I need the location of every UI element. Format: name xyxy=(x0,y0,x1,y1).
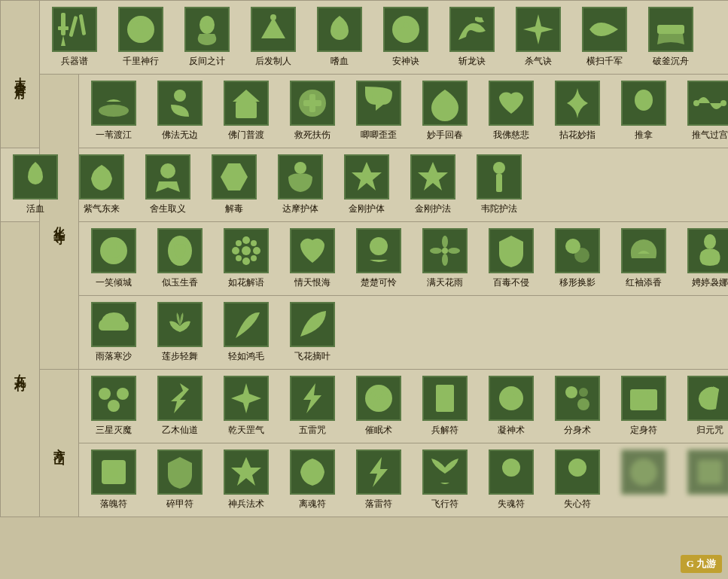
skill-cell[interactable]: 安神诀 xyxy=(373,4,439,71)
svg-point-77 xyxy=(574,248,589,263)
skill-cell[interactable]: 落魄符 xyxy=(81,446,147,513)
skill-cell[interactable]: 舍生取义 xyxy=(135,151,201,218)
svg-point-56 xyxy=(116,245,120,250)
skill-cell[interactable]: 妙手回春 xyxy=(412,78,478,145)
skill-name: 推拿 xyxy=(635,129,653,142)
skill-cell[interactable]: 五雷咒 xyxy=(279,373,346,440)
skill-name: 反间之计 xyxy=(189,55,225,68)
skill-cell[interactable]: 失魂符 xyxy=(478,446,544,513)
skill-cell[interactable]: 娉婷袅娜 xyxy=(677,225,728,292)
skill-cell[interactable]: 乙木仙道 xyxy=(147,373,213,440)
svg-point-104 xyxy=(579,388,588,397)
skill-cell[interactable]: 嗜血 xyxy=(306,4,373,71)
skill-cell[interactable]: 救死扶伤 xyxy=(279,78,346,145)
skill-name: 破釜沉舟 xyxy=(653,55,689,68)
skill-cell[interactable] xyxy=(544,299,611,353)
skill-cell[interactable]: 如花解语 xyxy=(213,225,279,292)
skill-name: 横扫千军 xyxy=(586,55,623,68)
skill-cell[interactable]: 三星灭魔 xyxy=(81,373,147,440)
skill-name: 莲步轻舞 xyxy=(162,350,198,363)
skill-cell[interactable]: 碎甲符 xyxy=(147,446,213,513)
skill-cell[interactable] xyxy=(677,299,728,353)
skills-row: 活血紫气东来舍生取义解毒达摩护体金刚护体金刚护法韦陀护法 xyxy=(1,148,729,222)
skill-name: 金刚护法 xyxy=(415,203,451,215)
skill-cell[interactable]: 情天恨海 xyxy=(279,225,346,292)
skill-cell[interactable]: 兵器谱 xyxy=(41,4,108,71)
skill-cell[interactable] xyxy=(346,299,412,353)
svg-point-14 xyxy=(403,22,409,28)
skill-cell[interactable] xyxy=(611,446,677,501)
skill-cell[interactable]: 飞行符 xyxy=(412,446,478,513)
skill-icon-feather xyxy=(224,302,269,347)
skill-cell[interactable]: 百毒不侵 xyxy=(478,225,544,292)
skill-cell[interactable]: 活血 xyxy=(2,151,69,218)
skill-cell[interactable]: 乾天罡气 xyxy=(213,373,279,440)
skill-cell[interactable]: 楚楚可怜 xyxy=(346,225,412,292)
skill-cell[interactable]: 似玉生香 xyxy=(147,225,213,292)
skill-cell[interactable]: 拈花妙指 xyxy=(544,78,611,145)
svg-point-67 xyxy=(370,237,388,255)
skill-cell[interactable]: 佛门普渡 xyxy=(213,78,279,145)
svg-point-70 xyxy=(442,248,448,254)
svg-point-108 xyxy=(647,390,652,395)
svg-point-115 xyxy=(502,459,520,477)
skill-cell[interactable]: 凝神术 xyxy=(478,373,544,440)
skill-cell[interactable]: 金刚护法 xyxy=(400,151,466,218)
skill-cell[interactable] xyxy=(478,299,544,353)
skill-cell[interactable]: 满天花雨 xyxy=(412,225,478,292)
skill-icon-jade xyxy=(157,228,203,273)
skill-cell[interactable]: 一苇渡江 xyxy=(81,78,147,145)
skill-cell[interactable]: 飞花摘叶 xyxy=(279,299,346,366)
skill-cell[interactable]: 横扫千军 xyxy=(571,4,638,71)
skill-cell[interactable]: 韦陀护法 xyxy=(466,151,532,218)
skill-icon-break xyxy=(648,7,693,52)
skill-cell[interactable]: 推拿 xyxy=(611,78,677,145)
skill-cell[interactable]: 失心符 xyxy=(544,446,611,513)
skill-name: 杀气诀 xyxy=(525,55,552,68)
skill-cell[interactable]: 金刚护体 xyxy=(334,151,400,218)
skill-icon-massage xyxy=(621,81,666,126)
skill-cell[interactable]: 紫气东来 xyxy=(69,151,135,218)
skill-name: 轻如鸿毛 xyxy=(228,350,264,363)
skill-cell[interactable]: 催眠术 xyxy=(346,373,412,440)
skill-cell[interactable]: 兵解符 xyxy=(412,373,478,440)
skill-cell[interactable] xyxy=(412,299,478,353)
skill-name: 情天恨海 xyxy=(294,276,330,289)
skill-cell[interactable]: 莲步轻舞 xyxy=(147,299,213,366)
svg-point-107 xyxy=(635,390,640,395)
skill-cell[interactable]: 唧唧歪歪 xyxy=(346,78,412,145)
skill-cell[interactable]: 解毒 xyxy=(201,151,267,218)
skill-cell[interactable] xyxy=(532,151,599,206)
skill-cell[interactable]: 破釜沉舟 xyxy=(638,4,704,71)
skill-cell[interactable]: 轻如鸿毛 xyxy=(213,299,279,366)
skill-cell[interactable]: 雨落寒沙 xyxy=(81,299,147,366)
skill-cell[interactable]: 佛法无边 xyxy=(147,78,213,145)
skill-cell[interactable]: 分身术 xyxy=(544,373,611,440)
skill-cell[interactable]: 杀气诀 xyxy=(505,4,571,71)
skill-cell[interactable]: 一笑倾城 xyxy=(81,225,147,292)
skill-cell[interactable]: 红袖添香 xyxy=(611,225,677,292)
skill-icon- xyxy=(621,302,666,347)
skill-cell[interactable]: 定身符 xyxy=(611,373,677,440)
skill-cell[interactable] xyxy=(599,151,665,206)
faction-label: 方寸山 xyxy=(40,370,79,517)
skill-cell[interactable]: 千里神行 xyxy=(108,4,174,71)
skill-cell[interactable]: 归元咒 xyxy=(677,373,728,440)
skill-cell[interactable]: 我佛慈悲 xyxy=(478,78,544,145)
skill-cell[interactable]: 落雷符 xyxy=(346,446,412,513)
skill-cell[interactable]: 推气过宫 xyxy=(677,78,728,145)
skill-cell[interactable]: 后发制人 xyxy=(240,4,306,71)
skill-cell[interactable]: 达摩护体 xyxy=(267,151,334,218)
skill-name: 我佛慈悲 xyxy=(493,129,529,142)
skill-cell[interactable] xyxy=(677,446,728,501)
svg-marker-114 xyxy=(231,457,261,486)
skill-cell[interactable]: 离魂符 xyxy=(279,446,346,513)
skill-cell[interactable] xyxy=(611,299,677,353)
skill-cell[interactable]: 反间之计 xyxy=(174,4,240,71)
skill-name: 后发制人 xyxy=(255,55,291,68)
skills-row: 三星灭魔乙木仙道乾天罡气五雷咒催眠术兵解符凝神术分身术定身符归元咒 xyxy=(79,370,729,443)
skill-cell[interactable]: 神兵法术 xyxy=(213,446,279,513)
skill-name: 救死扶伤 xyxy=(294,129,330,142)
skill-cell[interactable]: 斩龙诀 xyxy=(439,4,505,71)
skill-cell[interactable]: 移形换影 xyxy=(544,225,611,292)
